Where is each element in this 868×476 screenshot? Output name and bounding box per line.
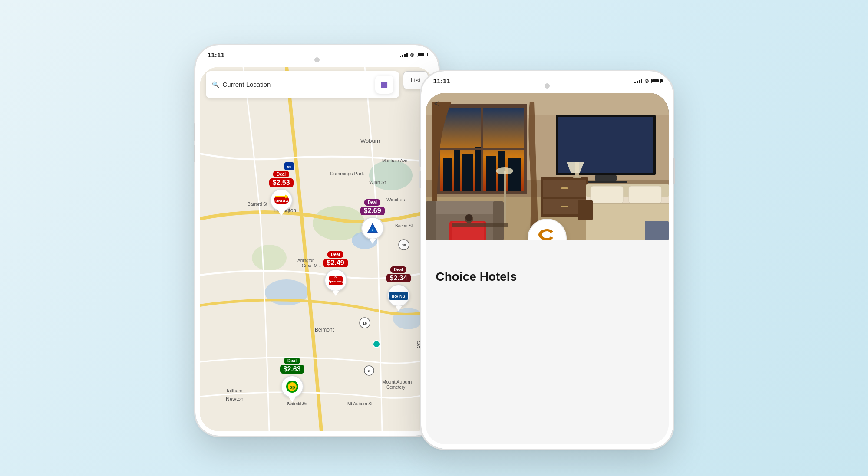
phone-map: 11:11 ⊛ bbox=[195, 45, 439, 436]
volume-up-button bbox=[194, 123, 195, 141]
svg-text:S: S bbox=[334, 275, 337, 279]
phone-hotel-status-bar: 11:11 ⊛ bbox=[421, 77, 673, 85]
svg-rect-67 bbox=[584, 181, 627, 183]
pin-bp-logo: bp bbox=[281, 375, 304, 398]
svg-point-94 bbox=[496, 167, 513, 174]
svg-rect-85 bbox=[426, 201, 436, 240]
bp-logo-svg: bp bbox=[284, 379, 301, 394]
pin-valero-logo: V bbox=[361, 217, 384, 240]
direction-icon bbox=[378, 78, 390, 90]
battery-icon bbox=[417, 53, 426, 57]
signal-bar-2 bbox=[402, 55, 403, 57]
pin-speedway-tail bbox=[332, 291, 339, 296]
svg-text:Winn St: Winn St bbox=[369, 180, 386, 185]
svg-text:Woburn: Woburn bbox=[360, 138, 380, 144]
svg-text:3: 3 bbox=[368, 369, 370, 373]
hotel-signal-bar-3 bbox=[639, 80, 640, 83]
pin-bp-tail bbox=[289, 397, 296, 402]
pin-irving-deal: Deal bbox=[390, 266, 406, 273]
pin-irving[interactable]: Deal $2.34 IRVING bbox=[386, 266, 411, 311]
pin-irving-price: $2.34 bbox=[386, 274, 411, 282]
svg-rect-66 bbox=[595, 175, 617, 181]
signal-bar-3 bbox=[404, 54, 406, 57]
signal-bars-icon bbox=[400, 52, 408, 57]
pin-bp-price: $2.63 bbox=[280, 365, 304, 374]
hotel-signal-bar-1 bbox=[634, 82, 636, 83]
phone-map-time: 11:11 bbox=[208, 51, 225, 59]
svg-rect-74 bbox=[573, 177, 581, 178]
irving-logo-svg: IRVING bbox=[389, 288, 409, 303]
svg-text:16: 16 bbox=[362, 321, 366, 325]
back-button[interactable]: < bbox=[434, 98, 440, 109]
phone-hotel-time: 11:11 bbox=[433, 77, 451, 85]
svg-rect-59 bbox=[508, 158, 521, 193]
nav-direction-button[interactable] bbox=[375, 76, 393, 94]
phone-hotel-screen: < bbox=[426, 93, 669, 444]
pin-speedway-price: $2.49 bbox=[323, 259, 348, 267]
pin-sunoco-tail bbox=[278, 210, 285, 216]
hotel-battery-icon bbox=[651, 79, 661, 83]
search-input-text: Current Location bbox=[223, 81, 372, 88]
pin-sunoco-deal: Deal bbox=[273, 171, 289, 177]
hotel-room-scene bbox=[426, 93, 669, 240]
search-bar[interactable]: 🔍 Current Location bbox=[206, 71, 400, 98]
choice-c-logo-svg bbox=[538, 228, 557, 240]
pin-bp[interactable]: Deal $2.63 bp bbox=[280, 358, 304, 402]
svg-rect-53 bbox=[443, 158, 452, 193]
svg-point-2 bbox=[252, 245, 287, 271]
hotel-room-image: CHOICE HOTELS bbox=[426, 93, 669, 240]
pin-sunoco[interactable]: Deal $2.53 SUNOCO bbox=[269, 171, 294, 216]
svg-text:Cemetery: Cemetery bbox=[386, 385, 405, 390]
phone-map-status-icons: ⊛ bbox=[400, 52, 426, 58]
svg-text:Great M...: Great M... bbox=[302, 263, 321, 268]
pin-sunoco-logo: SUNOCO bbox=[270, 189, 293, 211]
map-background: 38 16 95 3 Woburn Lexington Arlington Gr… bbox=[200, 67, 434, 431]
battery-fill bbox=[418, 53, 424, 56]
svg-rect-95 bbox=[578, 200, 593, 220]
volume-down-button bbox=[194, 145, 195, 162]
hotel-room-svg bbox=[426, 93, 669, 240]
svg-text:Newton: Newton bbox=[226, 396, 244, 402]
hotel-logo-circle: CHOICE HOTELS bbox=[528, 219, 567, 240]
pin-speedway-logo: Speedway S bbox=[324, 269, 347, 292]
svg-text:IRVING: IRVING bbox=[392, 294, 405, 299]
pin-speedway-deal: Deal bbox=[327, 251, 343, 258]
svg-text:Speedway: Speedway bbox=[328, 280, 343, 283]
svg-rect-78 bbox=[629, 186, 661, 204]
svg-text:Bacon St: Bacon St bbox=[395, 223, 413, 228]
svg-rect-91 bbox=[645, 221, 669, 240]
user-location-dot bbox=[373, 340, 380, 348]
pin-valero-deal: Deal bbox=[364, 199, 380, 206]
svg-text:95: 95 bbox=[287, 165, 291, 169]
svg-rect-86 bbox=[493, 201, 504, 240]
svg-text:Mount Auburn: Mount Auburn bbox=[382, 379, 412, 384]
pin-valero-price: $2.69 bbox=[360, 207, 385, 215]
svg-text:Barrord St: Barrord St bbox=[248, 202, 267, 207]
back-chevron-icon: < bbox=[434, 98, 440, 109]
pin-valero-tail bbox=[369, 239, 376, 244]
pin-bp-deal: Deal bbox=[284, 358, 300, 364]
map-svg: 38 16 95 3 Woburn Lexington Arlington Gr… bbox=[200, 67, 434, 431]
hotel-signal-bar-2 bbox=[637, 81, 638, 83]
svg-text:38: 38 bbox=[401, 243, 406, 247]
signal-bar-1 bbox=[400, 56, 401, 57]
svg-rect-93 bbox=[504, 171, 506, 223]
svg-rect-84 bbox=[426, 201, 504, 214]
hotel-phone-volume-up bbox=[419, 149, 421, 167]
svg-text:Montrale Ave: Montrale Ave bbox=[382, 158, 408, 163]
svg-rect-55 bbox=[462, 154, 473, 193]
svg-text:Taltham: Taltham bbox=[226, 388, 243, 393]
search-icon: 🔍 bbox=[212, 81, 219, 88]
pin-speedway[interactable]: Deal $2.49 Speedway S bbox=[323, 251, 348, 296]
svg-text:V: V bbox=[371, 228, 373, 231]
svg-text:Cummings Park: Cummings Park bbox=[330, 171, 364, 176]
signal-bar-4 bbox=[406, 53, 408, 57]
pin-valero[interactable]: Deal $2.69 V bbox=[360, 199, 385, 244]
hotel-logo-container: CHOICE HOTELS bbox=[528, 219, 567, 240]
pin-irving-logo: IRVING bbox=[387, 284, 410, 307]
phone-hotel: 11:11 ⊛ < bbox=[421, 71, 673, 449]
hotel-signal-bar-4 bbox=[641, 79, 642, 83]
hotel-battery-fill bbox=[652, 79, 659, 82]
svg-rect-92 bbox=[452, 223, 508, 227]
svg-rect-54 bbox=[454, 149, 460, 193]
